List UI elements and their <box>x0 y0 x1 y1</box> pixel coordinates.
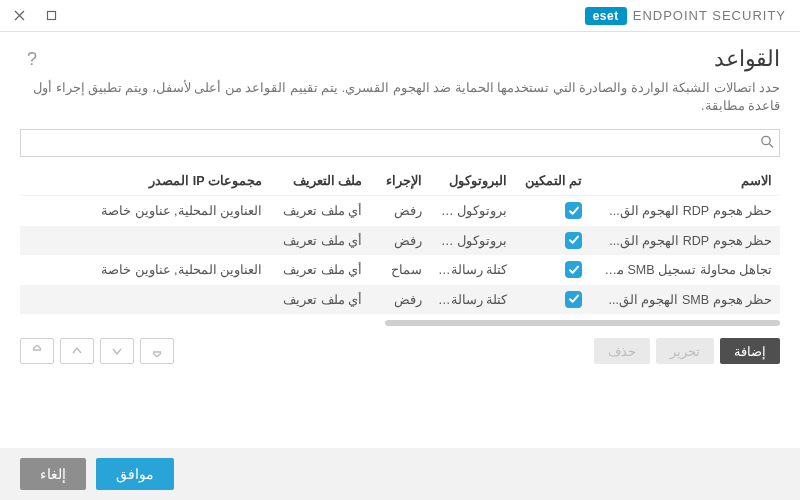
cell-name: حظر هجوم RDP الهجوم الق... <box>590 196 780 226</box>
cell-profile: أي ملف تعريف <box>270 285 370 315</box>
cell-action: رفض <box>370 226 430 256</box>
dialog-footer: إلغاء موافق <box>0 448 800 500</box>
cell-enabled[interactable] <box>515 196 590 226</box>
cell-name: حظر هجوم SMB الهجوم الق... <box>590 285 780 315</box>
move-up-icon <box>60 338 94 364</box>
checkbox-icon[interactable] <box>565 232 582 249</box>
col-name[interactable]: الاسم <box>590 166 780 196</box>
ok-button[interactable]: موافق <box>96 458 174 490</box>
titlebar: eset ENDPOINT SECURITY <box>0 0 800 32</box>
cell-name: حظر هجوم RDP الهجوم الق... <box>590 226 780 256</box>
cell-protocol: كتلة رسالة الخ... <box>430 285 515 315</box>
page-description: حدد اتصالات الشبكة الواردة والصادرة التي… <box>20 80 780 115</box>
edit-button: تحرير <box>656 338 714 364</box>
checkbox-icon[interactable] <box>565 261 582 278</box>
cell-protocol: بروتوكول س... <box>430 226 515 256</box>
cell-profile: أي ملف تعريف <box>270 196 370 226</box>
cell-profile: أي ملف تعريف <box>270 226 370 256</box>
cell-action: رفض <box>370 196 430 226</box>
add-button[interactable]: إضافة <box>720 338 780 364</box>
table-row[interactable]: حظر هجوم RDP الهجوم الق...بروتوكول س...ر… <box>20 196 780 226</box>
cell-name: تجاهل محاولة تسجيل SMB من ... <box>590 255 780 285</box>
move-top-icon <box>20 338 54 364</box>
table-row[interactable]: حظر هجوم SMB الهجوم الق...كتلة رسالة الخ… <box>20 285 780 315</box>
checkbox-icon[interactable] <box>565 291 582 308</box>
col-action[interactable]: الإجراء <box>370 166 430 196</box>
cell-ipgroups: العناوين المحلية, عناوين خاصة <box>20 255 270 285</box>
checkbox-icon[interactable] <box>565 202 582 219</box>
cell-ipgroups: العناوين المحلية, عناوين خاصة <box>20 196 270 226</box>
col-profile[interactable]: ملف التعريف <box>270 166 370 196</box>
col-enabled[interactable]: تم التمكين <box>515 166 590 196</box>
cell-action: سماح <box>370 255 430 285</box>
search-input[interactable] <box>20 129 780 157</box>
col-protocol[interactable]: البروتوكول <box>430 166 515 196</box>
delete-button: حذف <box>594 338 650 364</box>
brand-badge: eset <box>585 7 627 25</box>
maximize-icon[interactable] <box>36 2 66 30</box>
rules-table: الاسم تم التمكين البروتوكول الإجراء ملف … <box>20 165 780 328</box>
cell-profile: أي ملف تعريف <box>270 255 370 285</box>
table-row[interactable]: تجاهل محاولة تسجيل SMB من ...كتلة رسالة … <box>20 255 780 285</box>
close-icon[interactable] <box>4 2 34 30</box>
cell-enabled[interactable] <box>515 255 590 285</box>
move-bottom-icon <box>140 338 174 364</box>
col-ipgroups[interactable]: مجموعات IP المصدر <box>20 166 270 196</box>
page-title: القواعد <box>714 46 780 72</box>
cell-protocol: بروتوكول س... <box>430 196 515 226</box>
cell-enabled[interactable] <box>515 285 590 315</box>
cell-enabled[interactable] <box>515 226 590 256</box>
cell-ipgroups <box>20 226 270 256</box>
move-down-icon <box>100 338 134 364</box>
svg-rect-0 <box>47 12 55 20</box>
cell-ipgroups <box>20 285 270 315</box>
cell-protocol: كتلة رسالة الخ... <box>430 255 515 285</box>
cancel-button[interactable]: إلغاء <box>20 458 86 490</box>
horizontal-scrollbar[interactable] <box>20 320 780 328</box>
help-icon[interactable]: ? <box>20 47 44 71</box>
product-name: ENDPOINT SECURITY <box>633 8 786 23</box>
cell-action: رفض <box>370 285 430 315</box>
table-row[interactable]: حظر هجوم RDP الهجوم الق...بروتوكول س...ر… <box>20 226 780 256</box>
